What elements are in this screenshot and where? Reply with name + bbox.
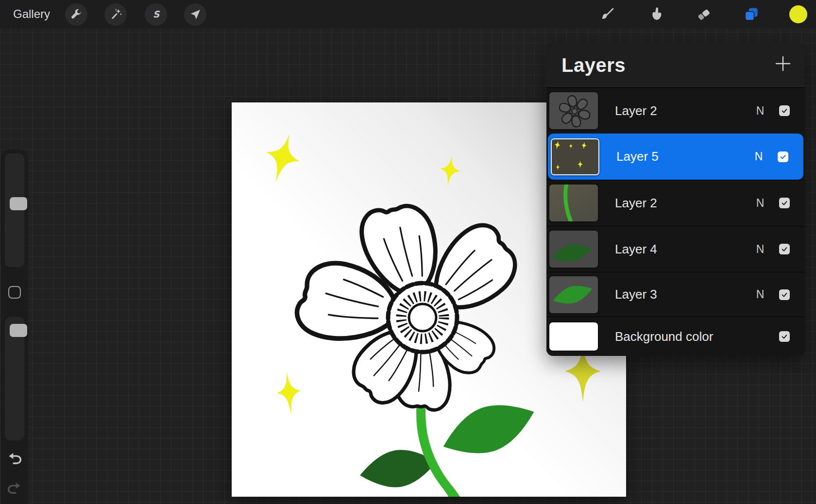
blend-mode-button[interactable]: N bbox=[751, 150, 766, 163]
plus-icon bbox=[774, 55, 792, 72]
background-color-row[interactable]: Background color bbox=[546, 317, 805, 356]
top-toolbar: Gallery S bbox=[0, 0, 816, 28]
blend-mode-button[interactable]: N bbox=[753, 197, 767, 210]
visibility-checkbox[interactable] bbox=[779, 289, 790, 300]
adjustments-button[interactable] bbox=[104, 3, 127, 26]
visibility-checkbox[interactable] bbox=[779, 105, 790, 116]
visibility-checkbox[interactable] bbox=[779, 331, 790, 342]
layers-icon bbox=[742, 5, 761, 24]
layer-name: Layer 3 bbox=[615, 287, 753, 302]
undo-button[interactable] bbox=[5, 448, 24, 468]
brush-sidebar bbox=[1, 150, 28, 504]
magic-wand-icon bbox=[108, 7, 123, 22]
layers-panel: Layers bbox=[546, 43, 805, 356]
brush-opacity-handle[interactable] bbox=[10, 324, 27, 337]
gallery-button[interactable]: Gallery bbox=[13, 0, 50, 28]
layer-name: Layer 4 bbox=[615, 242, 753, 257]
dark-leaf-thumb-art bbox=[549, 231, 598, 268]
layer-row[interactable]: Layer 3 N bbox=[546, 272, 805, 317]
brush-size-slider[interactable] bbox=[5, 153, 24, 267]
transform-button[interactable] bbox=[184, 3, 206, 26]
check-icon bbox=[781, 291, 788, 299]
layer-row[interactable]: Layer 2 N bbox=[546, 180, 805, 226]
redo-icon bbox=[6, 479, 23, 496]
actions-button[interactable] bbox=[65, 3, 87, 26]
blend-mode-button[interactable]: N bbox=[753, 104, 767, 118]
blend-mode-button[interactable]: N bbox=[753, 243, 767, 256]
layers-panel-header: Layers bbox=[546, 43, 805, 87]
layer-thumbnail-dark-leaf[interactable] bbox=[549, 231, 598, 268]
brush-size-handle[interactable] bbox=[10, 197, 27, 210]
layer-name: Background color bbox=[615, 329, 753, 344]
flower-drawing bbox=[292, 199, 527, 411]
visibility-checkbox[interactable] bbox=[779, 198, 790, 208]
check-icon bbox=[779, 153, 787, 161]
layer-row[interactable]: Layer 4 N bbox=[546, 226, 805, 272]
add-layer-button[interactable] bbox=[774, 54, 792, 73]
layers-panel-title: Layers bbox=[561, 54, 626, 76]
layer-name: Layer 2 bbox=[615, 103, 753, 118]
transform-arrow-icon bbox=[188, 7, 203, 22]
brush-icon bbox=[598, 6, 616, 23]
layer-name: Layer 2 bbox=[615, 196, 753, 211]
selection-s-glyph: S bbox=[153, 9, 160, 19]
flower-thumb-art bbox=[549, 92, 598, 129]
modify-button[interactable] bbox=[8, 286, 21, 299]
check-icon bbox=[781, 245, 788, 253]
eraser-icon bbox=[695, 6, 713, 23]
smudge-finger-icon bbox=[648, 6, 665, 23]
brush-opacity-slider[interactable] bbox=[5, 317, 24, 440]
blend-mode-button[interactable]: N bbox=[753, 288, 767, 301]
layer-thumbnail-leaf[interactable] bbox=[549, 276, 598, 313]
active-color-swatch[interactable] bbox=[789, 5, 807, 23]
paint-tool-button[interactable] bbox=[596, 3, 618, 26]
smudge-tool-button[interactable] bbox=[646, 3, 668, 26]
visibility-checkbox[interactable] bbox=[778, 151, 788, 162]
layer-row[interactable]: Layer 2 N bbox=[546, 87, 805, 134]
layers-panel-button[interactable] bbox=[740, 3, 763, 26]
layer-thumbnail-flower[interactable] bbox=[549, 92, 598, 129]
layer-name: Layer 5 bbox=[616, 149, 751, 164]
check-icon bbox=[781, 199, 788, 207]
eraser-tool-button[interactable] bbox=[693, 3, 715, 26]
wrench-icon bbox=[69, 7, 84, 22]
leaf-thumb-art bbox=[549, 276, 598, 313]
stem-thumb-art bbox=[549, 185, 598, 221]
layer-row-selected[interactable]: Layer 5 N bbox=[548, 134, 803, 180]
leaf-shapes bbox=[357, 391, 542, 493]
background-color-thumbnail[interactable] bbox=[549, 322, 598, 351]
redo-button[interactable] bbox=[5, 478, 24, 497]
layer-thumbnail-stem[interactable] bbox=[549, 185, 598, 221]
sparkles-thumb-art bbox=[552, 139, 598, 174]
undo-icon bbox=[6, 450, 23, 466]
selection-s-icon: S bbox=[149, 7, 163, 22]
selection-button[interactable]: S bbox=[145, 3, 167, 26]
check-icon bbox=[781, 107, 788, 115]
layer-thumbnail-sparkles[interactable] bbox=[551, 138, 599, 175]
visibility-checkbox[interactable] bbox=[779, 244, 790, 254]
check-icon bbox=[781, 333, 788, 340]
